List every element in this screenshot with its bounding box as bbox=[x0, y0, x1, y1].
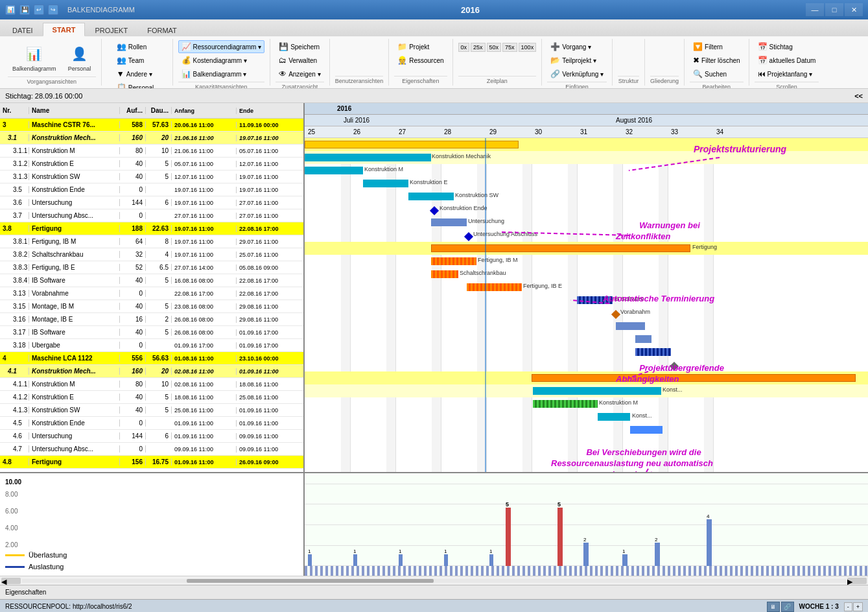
table-row[interactable]: 3.8.1 Fertigung, IB M 64 8 19.07.16 11:0… bbox=[0, 235, 303, 248]
status-bar: RESSOURCENPOOL: http://localhost/ris6/2 … bbox=[0, 599, 868, 612]
table-row[interactable]: 3.16 Montage, IB E 16 2 26.08.16 08:00 2… bbox=[0, 313, 303, 326]
zeitplan-25x[interactable]: 25x bbox=[471, 43, 486, 52]
table-row[interactable]: 4.7 Untersuchung Absc... 0 09.09.16 11:0… bbox=[0, 443, 303, 456]
close-button[interactable]: ✕ bbox=[845, 3, 863, 16]
btn-personal-res[interactable]: 📋 Personal bbox=[113, 81, 157, 88]
table-row[interactable]: 3.8.3 Fertigung, IB E 52 6.5 27.07.16 14… bbox=[0, 261, 303, 274]
gantt-header: 2016 Juli 2016 August 2016 25 26 27 28 2… bbox=[305, 103, 868, 138]
btn-balkendiagramm[interactable]: 📊 Balkendiagramm bbox=[8, 40, 61, 75]
btn-anzeigen[interactable]: 👁 Anzeigen ▾ bbox=[276, 67, 323, 80]
tab-format[interactable]: FORMAT bbox=[137, 23, 187, 36]
btn-andere[interactable]: ▼ Andere ▾ bbox=[113, 67, 156, 80]
btn-balkendiagramm2[interactable]: 📊 Balkendiagramm ▾ bbox=[178, 67, 250, 80]
tab-datei[interactable]: DATEI bbox=[3, 23, 43, 36]
table-row[interactable]: 4.5 Konstruktion Ende 0 01.09.16 11:00 0… bbox=[0, 417, 303, 430]
table-row[interactable]: 4 Maschine LCA 1122 556 56.63 01.08.16 1… bbox=[0, 352, 303, 365]
zoom-out-btn[interactable]: - bbox=[844, 602, 852, 611]
eigenschaften-label: Eigenschaften bbox=[394, 76, 447, 84]
btn-teilprojekt[interactable]: 📂 Teilprojekt ▾ bbox=[547, 54, 600, 67]
btn-vorgang[interactable]: ➕ Vorgang ▾ bbox=[547, 40, 594, 53]
gantt-bar-411 bbox=[533, 400, 598, 408]
table-row[interactable]: 4.6 Untersuchung 144 6 01.09.16 11:00 09… bbox=[0, 430, 303, 443]
projektanfang-icon: ⏮ bbox=[758, 69, 766, 78]
btn-verwalten[interactable]: 🗂 Verwalten bbox=[276, 54, 320, 67]
scroll-right-btn[interactable]: ▶ bbox=[847, 578, 867, 584]
btn-personal[interactable]: 👤 Personal bbox=[64, 40, 96, 75]
hgrid-2 bbox=[305, 504, 868, 504]
quick-access-redo[interactable]: ↪ bbox=[48, 5, 58, 15]
status-icon-1: 🖥 bbox=[767, 602, 780, 612]
table-row[interactable]: 3.8.4 IB Software 40 5 16.08.16 08:00 22… bbox=[0, 274, 303, 287]
zoom-in-btn[interactable]: + bbox=[853, 602, 863, 611]
table-row[interactable]: 3.1.1 Konstruktion M 80 10 21.06.16 11:0… bbox=[0, 145, 303, 158]
minimize-button[interactable]: — bbox=[806, 3, 824, 16]
btn-filter-loeschen[interactable]: ✖ Filter löschen bbox=[690, 54, 743, 67]
balkendiagramm2-icon: 📊 bbox=[182, 69, 191, 78]
btn-suchen[interactable]: 🔍 Suchen bbox=[690, 67, 730, 80]
andere-icon: ▼ bbox=[117, 69, 124, 78]
res-bar-1 bbox=[308, 554, 312, 566]
collapse-btn[interactable]: << bbox=[854, 92, 863, 100]
table-row[interactable]: 4.1.2 Konstruktion E 40 5 18.08.16 11:00… bbox=[0, 391, 303, 404]
btn-aktuelles-datum[interactable]: 📅 aktuelles Datum bbox=[755, 54, 819, 67]
table-row[interactable]: 3.5 Konstruktion Ende 0 19.07.16 11:00 1… bbox=[0, 183, 303, 196]
table-row[interactable]: 4.1 Konstruktion Mech... 160 20 02.08.16… bbox=[0, 365, 303, 378]
btn-projekt[interactable]: 📁 Projekt bbox=[394, 40, 432, 53]
ressourcen-icon: 👷 bbox=[397, 56, 407, 65]
btn-stichtag[interactable]: 📅 Stichtag bbox=[755, 40, 796, 53]
scroll-thumb[interactable] bbox=[187, 579, 434, 583]
gantt-milestone-318 bbox=[670, 362, 679, 371]
zeitplan-75x[interactable]: 75x bbox=[502, 43, 517, 52]
week-25: 25 bbox=[308, 128, 315, 135]
btn-ressourcen[interactable]: 👷 Ressourcen bbox=[394, 54, 447, 67]
btn-team[interactable]: 👥 Team bbox=[113, 54, 147, 67]
zeitplan-0x[interactable]: 0x bbox=[458, 43, 470, 52]
table-row[interactable]: 3 Maschine CSTR 76... 588 57.63 20.06.16… bbox=[0, 119, 303, 132]
grid-line-1 bbox=[350, 138, 351, 472]
table-row[interactable]: 3.15 Montage, IB M 40 5 23.08.16 08:00 2… bbox=[0, 300, 303, 313]
table-row[interactable]: 3.7 Untersuchung Absc... 0 27.07.16 11:0… bbox=[0, 209, 303, 222]
ribbon-group-struktur: Struktur bbox=[613, 39, 645, 86]
quick-access-undo[interactable]: ↩ bbox=[34, 5, 44, 15]
res-label-6: 2 bbox=[583, 537, 586, 543]
zeitplan-50x[interactable]: 50x bbox=[487, 43, 502, 52]
tab-projekt[interactable]: PROJEKT bbox=[85, 23, 137, 36]
table-row[interactable]: 3.13 Vorabnahme 0 22.08.16 17:00 22.08.1… bbox=[0, 287, 303, 300]
res-bar-peak1 bbox=[506, 508, 511, 566]
scroll-track[interactable] bbox=[22, 579, 846, 583]
btn-projektanfang[interactable]: ⏮ Projektanfang ▾ bbox=[755, 67, 816, 80]
btn-verknuepfung[interactable]: 🔗 Verknüpfung ▾ bbox=[547, 67, 607, 80]
tab-start[interactable]: START bbox=[43, 23, 86, 36]
horizontal-scrollbar[interactable]: ◀ ▶ bbox=[0, 576, 868, 585]
table-row[interactable]: 4.1.1 Konstruktion M 80 10 02.08.16 11:0… bbox=[0, 378, 303, 391]
ribbon-group-ressourcenansichten: 👥 Rollen 👥 Team ▼ Andere ▾ 📋 Personal ⚙ bbox=[102, 39, 173, 86]
ressourcen-label: Ressourcen bbox=[409, 57, 443, 64]
table-row[interactable]: 3.1.2 Konstruktion E 40 5 05.07.16 11:00… bbox=[0, 158, 303, 171]
anzeigen-label: Anzeigen ▾ bbox=[288, 71, 320, 78]
table-row[interactable]: 3.17 IB Software 40 5 26.08.16 08:00 01.… bbox=[0, 326, 303, 339]
benutzeransichten-label: Benutzeransichten bbox=[335, 76, 384, 84]
table-row[interactable]: 3.6 Untersuchung 144 6 19.07.16 11:00 27… bbox=[0, 196, 303, 209]
table-row[interactable]: 3.1.3 Konstruktion SW 40 5 12.07.16 11:0… bbox=[0, 171, 303, 183]
btn-rollen[interactable]: 👥 Rollen bbox=[113, 40, 150, 53]
rollen-label: Rollen bbox=[128, 43, 147, 51]
scroll-left-btn[interactable]: ◀ bbox=[1, 578, 21, 584]
btn-filtern[interactable]: 🔽 Filtern bbox=[690, 40, 726, 53]
legend-uberlastung: Überlastung bbox=[5, 551, 298, 559]
quick-access-save[interactable]: 💾 bbox=[19, 5, 30, 15]
maximize-button[interactable]: □ bbox=[825, 3, 843, 16]
gantt-bar-31 bbox=[305, 154, 431, 161]
table-row[interactable]: 3.8.2 Schaltschrankbau 32 4 19.07.16 11:… bbox=[0, 248, 303, 261]
btn-speichern[interactable]: 💾 Speichern bbox=[276, 40, 323, 53]
table-row[interactable]: 4.1.3 Konstruktion SW 40 5 25.08.16 11:0… bbox=[0, 404, 303, 417]
table-row[interactable]: 3.18 Ubergabe 0 01.09.16 17:00 01.09.16 … bbox=[0, 339, 303, 352]
table-row[interactable]: 4.8 Fertigung 156 16.75 01.09.16 11:00 2… bbox=[0, 456, 303, 469]
weekend-8 bbox=[659, 138, 668, 472]
btn-kostendiagramm[interactable]: 💰 Kostendiagramm ▾ bbox=[178, 54, 250, 67]
zeitplan-100x[interactable]: 100x bbox=[519, 43, 537, 52]
btn-ressourcendiagramm[interactable]: 📈 Ressourcendiagramm ▾ bbox=[178, 40, 265, 53]
gantt-month-jul: Juli 2016 bbox=[344, 117, 369, 124]
ribbon-group-gliederung: Gliederung bbox=[645, 39, 685, 86]
table-row[interactable]: 3.8 Fertigung 188 22.63 19.07.16 11:00 2… bbox=[0, 222, 303, 235]
table-row[interactable]: 3.1 Konstruktion Mech... 160 20 21.06.16… bbox=[0, 132, 303, 145]
